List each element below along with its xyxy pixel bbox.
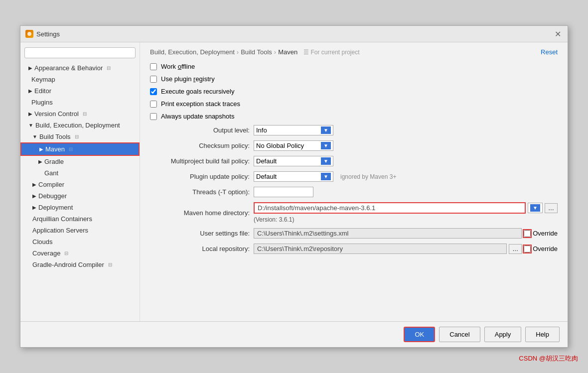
local-repo-control: … Override xyxy=(254,244,558,254)
settings-dialog: Settings ✕ ▶ Appearance & Behavior ⊟ Key… xyxy=(20,25,568,348)
plugin-update-dropdown-arrow[interactable]: ▼ xyxy=(321,173,331,180)
breadcrumb-maven: Maven xyxy=(278,48,297,56)
plugin-update-label: Plugin update policy: xyxy=(150,173,250,180)
threads-label: Threads (-T option): xyxy=(150,188,250,196)
sidebar-item-debugger[interactable]: ▶ Debugger xyxy=(20,190,140,202)
dialog-footer: OK Cancel Apply Help xyxy=(20,321,568,347)
sidebar-item-arquillian[interactable]: Arquillian Containers xyxy=(20,213,140,225)
sidebar-item-build-execution[interactable]: ▼ Build, Execution, Deployment xyxy=(20,120,140,131)
threads-control xyxy=(254,187,558,197)
expand-icon: ▶ xyxy=(39,146,43,152)
sidebar-item-gradle-android[interactable]: Gradle-Android Compiler ⊟ xyxy=(20,259,140,270)
user-settings-override-container: Override xyxy=(524,230,558,237)
sidebar-item-clouds[interactable]: Clouds xyxy=(20,236,140,248)
checksum-policy-control: No Global Policy ▼ xyxy=(254,140,558,151)
reset-link[interactable]: Reset xyxy=(541,48,558,56)
maven-form-grid: Output level: Info ▼ Checksum policy: No… xyxy=(150,125,558,254)
use-plugin-registry-row: Use plugin registry xyxy=(150,75,558,83)
maven-home-dropdown[interactable]: ▼ xyxy=(528,203,543,213)
multiproject-value: Default xyxy=(256,157,277,165)
sidebar-item-label: Plugins xyxy=(31,99,53,106)
repo-icon: ⊟ xyxy=(69,146,75,152)
close-button[interactable]: ✕ xyxy=(553,29,563,39)
sidebar-item-coverage[interactable]: Coverage ⊟ xyxy=(20,248,140,259)
dialog-body: ▶ Appearance & Behavior ⊟ Keymap ▶ Edito… xyxy=(20,42,568,321)
threads-input[interactable] xyxy=(254,187,313,197)
sidebar-item-editor[interactable]: ▶ Editor xyxy=(20,85,140,97)
checksum-dropdown-arrow[interactable]: ▼ xyxy=(321,142,331,149)
local-repo-override-label: Override xyxy=(533,245,558,252)
plugin-update-note: ignored by Maven 3+ xyxy=(340,173,396,180)
sidebar-item-plugins[interactable]: Plugins xyxy=(20,97,140,108)
maven-settings: Work offline Use plugin registry Execute… xyxy=(150,63,558,315)
checksum-policy-value: No Global Policy xyxy=(256,142,304,149)
sidebar: ▶ Appearance & Behavior ⊟ Keymap ▶ Edito… xyxy=(20,42,140,321)
search-box xyxy=(24,47,136,58)
plugin-update-select[interactable]: Default ▼ xyxy=(254,171,333,182)
execute-goals-label: Execute goals recursively xyxy=(161,88,234,95)
sidebar-item-build-tools[interactable]: ▼ Build Tools ⊟ xyxy=(20,131,140,142)
local-repo-override-checkbox[interactable] xyxy=(524,246,531,252)
maven-home-browse-button[interactable]: … xyxy=(545,203,558,213)
output-level-dropdown-arrow[interactable]: ▼ xyxy=(321,126,331,134)
multiproject-select[interactable]: Default ▼ xyxy=(254,156,333,166)
dialog-title: Settings xyxy=(36,30,60,38)
always-update-checkbox[interactable] xyxy=(150,113,157,120)
repo-icon: ⊟ xyxy=(83,111,89,117)
apply-button[interactable]: Apply xyxy=(484,327,522,342)
output-level-select[interactable]: Info ▼ xyxy=(254,125,333,135)
sidebar-item-deployment[interactable]: ▶ Deployment xyxy=(20,202,140,213)
sidebar-item-keymap[interactable]: Keymap xyxy=(20,74,140,85)
multiproject-control: Default ▼ xyxy=(254,156,558,166)
ok-button[interactable]: OK xyxy=(404,327,435,342)
print-exceptions-row: Print exception stack traces xyxy=(150,100,558,108)
repo-icon: ⊟ xyxy=(107,65,113,71)
user-settings-override-checkbox[interactable] xyxy=(524,230,531,237)
sidebar-item-maven[interactable]: ▶ Maven ⊟ xyxy=(20,142,140,156)
work-offline-label: Work offline xyxy=(161,63,195,70)
sidebar-item-label: Compiler xyxy=(38,181,64,188)
breadcrumb-path-text: Build, Execution, Deployment xyxy=(150,48,235,56)
maven-home-dropdown-arrow[interactable]: ▼ xyxy=(530,204,540,212)
svg-point-0 xyxy=(27,32,31,36)
output-level-value: Info xyxy=(256,126,267,134)
sidebar-item-gradle[interactable]: ▶ Gradle xyxy=(20,156,140,167)
multiproject-dropdown-arrow[interactable]: ▼ xyxy=(321,157,331,165)
expand-icon: ▶ xyxy=(28,111,32,117)
checksum-policy-select[interactable]: No Global Policy ▼ xyxy=(254,140,333,151)
local-repo-browse-button[interactable]: … xyxy=(509,244,522,254)
user-settings-input[interactable] xyxy=(254,228,522,239)
multiproject-label: Multiproject build fail policy: xyxy=(150,157,250,165)
output-level-label: Output level: xyxy=(150,126,250,134)
sidebar-item-compiler[interactable]: ▶ Compiler xyxy=(20,179,140,190)
repo-icon: ⊟ xyxy=(64,250,70,256)
sidebar-item-label: Application Servers xyxy=(32,227,88,234)
execute-goals-checkbox[interactable] xyxy=(150,88,157,95)
use-plugin-registry-checkbox[interactable] xyxy=(150,76,157,83)
sidebar-item-label: Clouds xyxy=(32,238,52,246)
breadcrumb: Build, Execution, Deployment › Build Too… xyxy=(150,48,558,56)
sidebar-item-label: Deployment xyxy=(38,204,73,211)
local-repo-override-container: Override xyxy=(524,245,558,252)
local-repo-label: Local repository: xyxy=(150,245,250,252)
help-button[interactable]: Help xyxy=(525,327,560,342)
sidebar-item-label: Version Control xyxy=(34,110,79,118)
user-settings-override-label: Override xyxy=(533,230,558,237)
print-exceptions-label: Print exception stack traces xyxy=(161,100,240,108)
sidebar-item-app-servers[interactable]: Application Servers xyxy=(20,225,140,236)
print-exceptions-checkbox[interactable] xyxy=(150,101,157,108)
cancel-button[interactable]: Cancel xyxy=(439,327,480,342)
local-repo-input[interactable] xyxy=(254,244,507,254)
expand-icon: ▶ xyxy=(32,205,36,210)
search-input[interactable] xyxy=(24,47,136,58)
maven-home-input[interactable] xyxy=(254,202,526,214)
sidebar-item-gant[interactable]: Gant xyxy=(20,167,140,179)
sidebar-item-label: Gradle-Android Compiler xyxy=(32,261,104,268)
work-offline-checkbox[interactable] xyxy=(150,63,157,70)
expand-icon: ▼ xyxy=(32,134,37,139)
sidebar-item-version-control[interactable]: ▶ Version Control ⊟ xyxy=(20,108,140,120)
sidebar-item-label: Editor xyxy=(34,87,51,95)
sidebar-item-label: Build Tools xyxy=(39,133,71,140)
sidebar-item-appearance[interactable]: ▶ Appearance & Behavior ⊟ xyxy=(20,62,140,74)
expand-icon: ▶ xyxy=(32,182,36,187)
